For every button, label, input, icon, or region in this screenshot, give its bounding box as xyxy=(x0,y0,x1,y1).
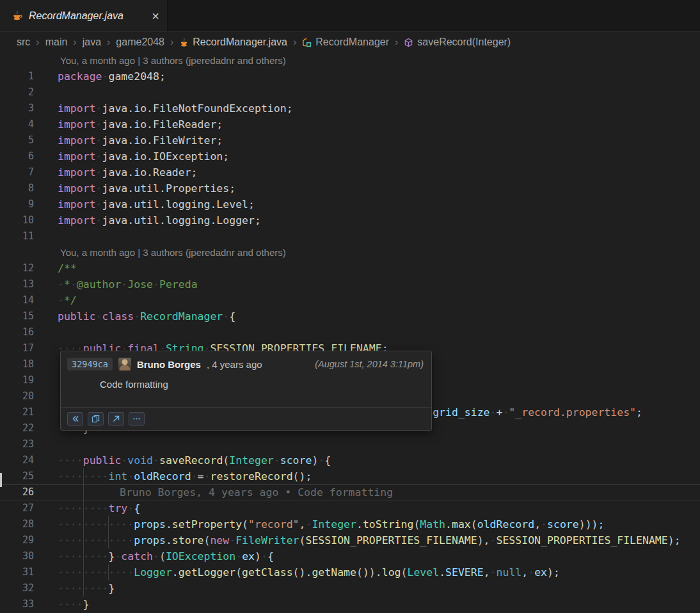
code-line[interactable]: 3import·java.io.FileNotFoundException; xyxy=(0,100,700,116)
line-number[interactable]: 22 xyxy=(0,420,34,436)
line-number[interactable]: 13 xyxy=(0,276,34,292)
line-number[interactable]: 28 xyxy=(0,516,34,532)
code-line-content: Bruno Borges, 4 years ago • Code formatt… xyxy=(34,484,700,500)
line-number[interactable]: 18 xyxy=(0,356,34,372)
code-line-content xyxy=(34,228,700,244)
chevrons-left-icon xyxy=(71,415,79,423)
breadcrumb-item-java[interactable]: java xyxy=(83,36,101,48)
code-line[interactable]: 24····public·void·saveRecord(Integer·sco… xyxy=(0,452,700,468)
code-line[interactable]: 33····} xyxy=(0,596,700,612)
line-number[interactable]: 26 xyxy=(0,484,34,500)
code-line[interactable]: 1package·game2048; xyxy=(0,68,700,84)
code-area[interactable]: You, a month ago | 3 authors (jperedadnr… xyxy=(0,52,700,612)
breadcrumb-item-game2048[interactable]: game2048 xyxy=(116,36,164,48)
breadcrumb-file-label: RecordManager.java xyxy=(193,36,287,48)
breadcrumb-item-method[interactable]: saveRecord(Integer) xyxy=(404,36,511,48)
line-number[interactable]: 31 xyxy=(0,564,34,580)
code-line[interactable]: 26Bruno Borges, 4 years ago • Code forma… xyxy=(0,484,700,500)
line-number[interactable]: 25 xyxy=(0,468,34,484)
codelens-link[interactable]: You, a month ago | 3 authors (jperedadnr… xyxy=(0,52,700,68)
breadcrumb-item-main[interactable]: main xyxy=(45,36,68,48)
line-number[interactable]: 12 xyxy=(0,260,34,276)
code-line[interactable]: 23 xyxy=(0,436,700,452)
code-line[interactable]: 16 xyxy=(0,324,700,340)
code-token: public xyxy=(83,454,122,466)
code-line[interactable]: 13·*·@author·Jose·Pereda xyxy=(0,276,700,292)
line-number[interactable]: 1 xyxy=(0,68,34,84)
line-number[interactable]: 30 xyxy=(0,548,34,564)
line-number[interactable]: 27 xyxy=(0,500,34,516)
code-line[interactable]: 7import·java.io.Reader; xyxy=(0,164,700,180)
code-token: . xyxy=(166,518,172,530)
code-token: * xyxy=(64,278,70,291)
code-line[interactable]: 8import·java.util.Properties; xyxy=(0,180,700,196)
line-number[interactable]: 4 xyxy=(0,116,34,132)
code-line[interactable]: 28············props.setProperty("record"… xyxy=(0,516,700,532)
code-line[interactable]: 4import·java.io.FileReader; xyxy=(0,116,700,132)
more-actions-button[interactable] xyxy=(129,412,145,426)
breadcrumb-item-src[interactable]: src xyxy=(17,36,30,48)
line-number[interactable]: 9 xyxy=(0,196,34,212)
line-number[interactable]: 29 xyxy=(0,532,34,548)
line-number[interactable]: 19 xyxy=(0,372,34,388)
code-line[interactable]: 11 xyxy=(0,228,700,244)
code-line-content: ········}·catch·(IOException·ex)·{ xyxy=(34,548,700,564)
code-line[interactable]: 9import·java.util.logging.Level; xyxy=(0,196,700,212)
code-token: import xyxy=(58,214,96,227)
code-token: . xyxy=(445,518,452,530)
code-line[interactable]: 6import·java.io.IOException; xyxy=(0,148,700,164)
code-line[interactable]: 2 xyxy=(0,84,700,100)
code-line[interactable]: 29············props.store(new·FileWriter… xyxy=(0,532,700,548)
open-remote-button[interactable] xyxy=(108,412,124,426)
code-line[interactable]: 27········try·{ xyxy=(0,500,700,516)
code-line-content: import·java.util.logging.Level; xyxy=(34,196,700,212)
code-line[interactable]: 12/** xyxy=(0,260,700,276)
class-symbol-icon xyxy=(302,38,312,47)
whitespace-dots: · xyxy=(58,294,64,306)
tab-recordmanager[interactable]: RecordManager.java × xyxy=(0,0,168,31)
indent-guide xyxy=(83,468,84,484)
code-line[interactable]: 32········} xyxy=(0,580,700,596)
codelens-link[interactable]: You, a month ago | 3 authors (jperedadnr… xyxy=(0,244,700,260)
line-number[interactable]: 11 xyxy=(0,228,34,244)
code-token: ex xyxy=(534,566,547,578)
line-number[interactable]: 14 xyxy=(0,292,34,308)
chevron-right-icon: › xyxy=(107,36,110,48)
code-line[interactable]: 5import·java.io.FileWriter; xyxy=(0,132,700,148)
code-line[interactable]: 14·*/ xyxy=(0,292,700,308)
line-number[interactable]: 15 xyxy=(0,308,34,324)
code-line[interactable]: 25········int·oldRecord·=·restoreRecord(… xyxy=(0,468,700,484)
breadcrumb-item-file[interactable]: RecordManager.java xyxy=(179,36,287,48)
commit-sha-link[interactable]: 32949ca xyxy=(67,358,113,370)
open-changes-button[interactable] xyxy=(88,412,104,426)
line-number[interactable]: 7 xyxy=(0,164,34,180)
line-number[interactable]: 5 xyxy=(0,132,34,148)
code-line[interactable]: 15public·class·RecordManager·{ xyxy=(0,308,700,324)
previous-commit-button[interactable] xyxy=(67,412,83,426)
code-line[interactable]: 30········}·catch·(IOException·ex)·{ xyxy=(0,548,700,564)
line-number[interactable]: 16 xyxy=(0,324,34,340)
commit-author: Bruno Borges xyxy=(137,359,201,370)
whitespace-dots: ············ xyxy=(58,566,134,578)
inline-blame-annotation[interactable]: Bruno Borges, 4 years ago • Code formatt… xyxy=(120,486,393,498)
line-number[interactable]: 6 xyxy=(0,148,34,164)
line-number[interactable]: 21 xyxy=(0,404,34,420)
code-line[interactable]: 10import·java.util.logging.Logger; xyxy=(0,212,700,228)
line-number[interactable]: 33 xyxy=(0,596,34,612)
line-number[interactable]: 3 xyxy=(0,100,34,116)
indent-guide xyxy=(83,484,84,500)
line-number[interactable]: 8 xyxy=(0,180,34,196)
active-line-edge-marker xyxy=(0,473,2,487)
code-token: saveRecord xyxy=(159,454,223,466)
line-number[interactable]: 32 xyxy=(0,580,34,596)
code-line[interactable]: 31············Logger.getLogger(getClass(… xyxy=(0,564,700,580)
code-token: Pereda xyxy=(159,278,198,291)
breadcrumb-item-class[interactable]: RecordManager xyxy=(302,36,389,48)
line-number[interactable]: 20 xyxy=(0,388,34,404)
line-number[interactable]: 24 xyxy=(0,452,34,468)
line-number[interactable]: 17 xyxy=(0,340,34,356)
close-icon[interactable]: × xyxy=(152,10,159,22)
line-number[interactable]: 2 xyxy=(0,84,34,100)
line-number[interactable]: 10 xyxy=(0,212,34,228)
line-number[interactable]: 23 xyxy=(0,436,34,452)
